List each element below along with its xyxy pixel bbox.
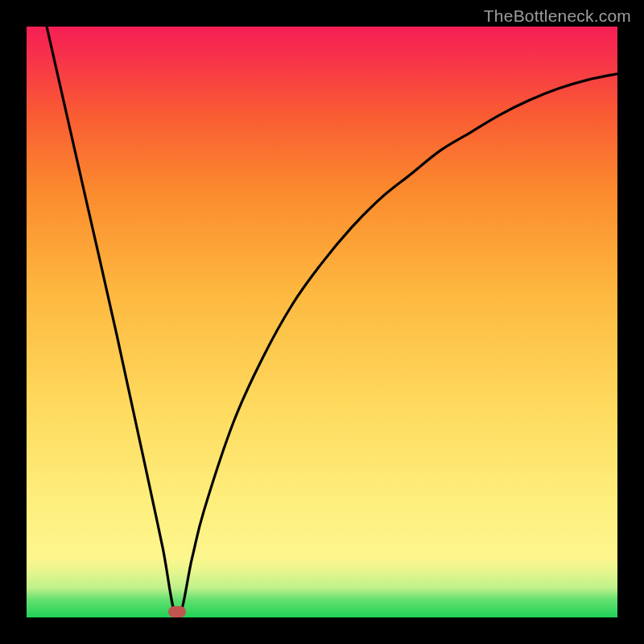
attribution-text: TheBottleneck.com (484, 6, 631, 26)
plot-area (27, 27, 617, 617)
curve-path (27, 27, 617, 617)
chart-frame: TheBottleneck.com (0, 0, 644, 644)
minimum-marker (168, 606, 186, 617)
bottleneck-curve (27, 27, 617, 617)
